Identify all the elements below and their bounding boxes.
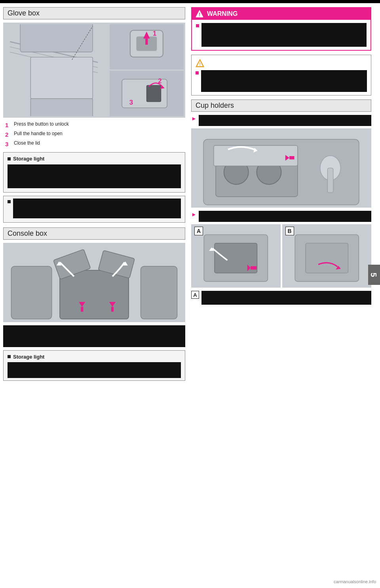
left-column: Glove box (3, 7, 189, 384)
glove-box-steps: 1 Press the button to unlock 2 Pull the … (3, 121, 185, 148)
img-label-a: A (194, 227, 203, 235)
label-a-caption: A (191, 291, 371, 305)
top-bar (0, 0, 380, 3)
cup-holder-img-large (191, 128, 371, 208)
console-svg (3, 243, 185, 322)
glove-box-image: 1 (3, 23, 185, 118)
console-box-body (3, 325, 185, 347)
img-label-b: B (285, 227, 294, 235)
svg-rect-52 (251, 266, 256, 270)
right-column: ! WARNING ! (189, 7, 371, 384)
svg-rect-29 (81, 307, 83, 311)
svg-text:!: ! (199, 12, 200, 17)
cup-holder-text-1-placeholder (199, 115, 371, 126)
watermark: carmanualsonline.info (334, 579, 376, 584)
svg-rect-31 (111, 307, 114, 311)
step-1-num: 1 (5, 121, 12, 129)
info-text-1-placeholder (8, 164, 181, 188)
console-box-info: Storage light (3, 350, 185, 381)
warning-triangle-icon: ! (195, 10, 204, 18)
glove-box-info-2 (3, 196, 185, 223)
info-bullet-1 (8, 157, 11, 160)
glove-box-img-left (5, 24, 108, 116)
svg-rect-22 (141, 266, 177, 319)
console-body-text-placeholder (3, 325, 185, 347)
a-caption-text-placeholder (201, 291, 371, 305)
info-title-1: Storage light (13, 155, 44, 163)
console-box-title: Console box (3, 227, 185, 240)
cup-holder-a-svg (191, 224, 281, 288)
info-text-2-placeholder (13, 199, 181, 218)
svg-rect-4 (20, 24, 93, 52)
console-info-bullet (8, 355, 11, 358)
cup-holder-instruction-2: ► (191, 211, 371, 222)
svg-rect-55 (306, 243, 348, 273)
svg-text:3: 3 (129, 99, 133, 106)
step-2-text: Pull the handle to open (14, 130, 63, 137)
svg-rect-5 (30, 57, 93, 99)
cup-holder-img-a: A (191, 224, 281, 288)
info-bullet-2 (8, 200, 11, 203)
page-container: Glove box (0, 0, 380, 588)
interior-svg (5, 24, 108, 116)
glove-box-section: Glove box (3, 7, 185, 223)
svg-rect-41 (214, 145, 298, 166)
caution-header: ! (196, 58, 367, 70)
warning-item-1 (196, 23, 367, 47)
svg-text:2: 2 (158, 77, 162, 85)
svg-rect-12 (146, 38, 148, 45)
svg-rect-21 (11, 266, 51, 319)
step-2-num: 2 (5, 130, 12, 139)
step-2: 2 Pull the handle to open (5, 130, 185, 139)
glove-box-info-1: Storage light (3, 152, 185, 193)
console-info-text-placeholder (8, 362, 181, 378)
handle-detail-svg: 2 3 (110, 71, 184, 116)
cup-holder-instruction-1: ► (191, 115, 371, 126)
step-3-num: 3 (5, 140, 12, 148)
console-info-title: Storage light (13, 353, 44, 361)
step-3: 3 Close the lid (5, 140, 185, 148)
caution-content (196, 70, 367, 92)
cup-holder-b-svg (282, 224, 372, 288)
svg-text:1: 1 (153, 30, 156, 37)
glove-box-title: Glove box (3, 7, 185, 19)
step-1: 1 Press the button to unlock (5, 121, 185, 129)
svg-rect-6 (30, 99, 93, 116)
pink-arrow-icon-2: ► (191, 211, 197, 218)
caution-text-placeholder (201, 70, 367, 92)
cup-holders-title: Cup holders (191, 99, 371, 112)
button-detail-svg: 1 (110, 24, 184, 69)
caution-bullet-square (196, 71, 199, 74)
svg-text:!: ! (199, 62, 201, 67)
a-caption-box: A (191, 291, 199, 299)
warning-box: ! WARNING (191, 7, 371, 51)
warning-content (196, 23, 367, 47)
glove-box-detail-bottom: 2 3 (110, 71, 184, 116)
glove-box-img-right: 1 (110, 24, 184, 116)
step-1-text: Press the button to unlock (14, 121, 69, 128)
cup-holders-section: Cup holders ► (191, 99, 371, 305)
chapter-tab: 5 (368, 265, 380, 285)
console-box-image (3, 243, 185, 322)
svg-rect-16 (147, 85, 161, 101)
cup-holder-img-b: B (282, 224, 372, 288)
svg-rect-23 (60, 270, 129, 319)
pink-arrow-icon-1: ► (191, 115, 197, 122)
svg-rect-46 (289, 156, 294, 159)
glove-box-detail-top: 1 (110, 24, 184, 69)
console-box-section: Console box (3, 227, 185, 381)
caution-triangle-icon: ! (196, 59, 204, 68)
car-interior-img (5, 24, 108, 116)
cup-holder-imgs-row: A B (191, 224, 371, 288)
svg-rect-43 (327, 168, 333, 193)
caution-item-1 (196, 70, 367, 92)
warning-title: WARNING (207, 10, 238, 17)
cup-holder-svg (191, 128, 371, 208)
caution-box: ! (191, 55, 371, 95)
warning-header: ! WARNING (192, 8, 370, 20)
warning-bullet-square (196, 24, 199, 27)
cup-holder-text-2-placeholder (199, 211, 371, 222)
step-3-text: Close the lid (14, 140, 40, 147)
warning-text-placeholder (201, 23, 367, 47)
